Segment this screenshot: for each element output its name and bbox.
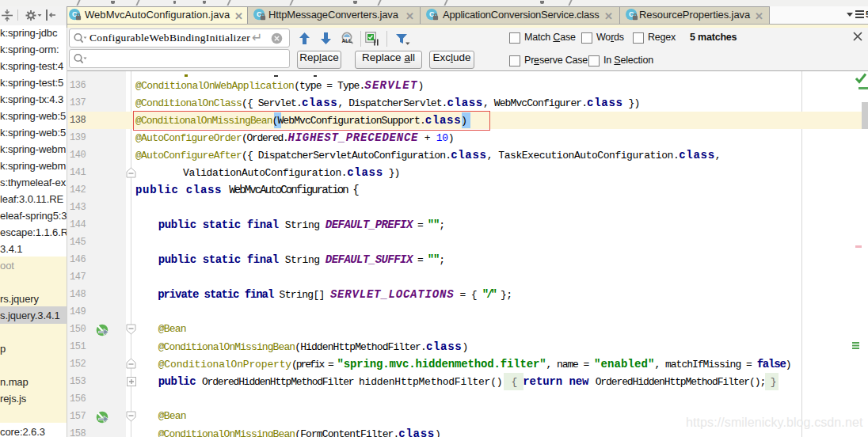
svg-text:ALL: ALL xyxy=(342,38,352,44)
